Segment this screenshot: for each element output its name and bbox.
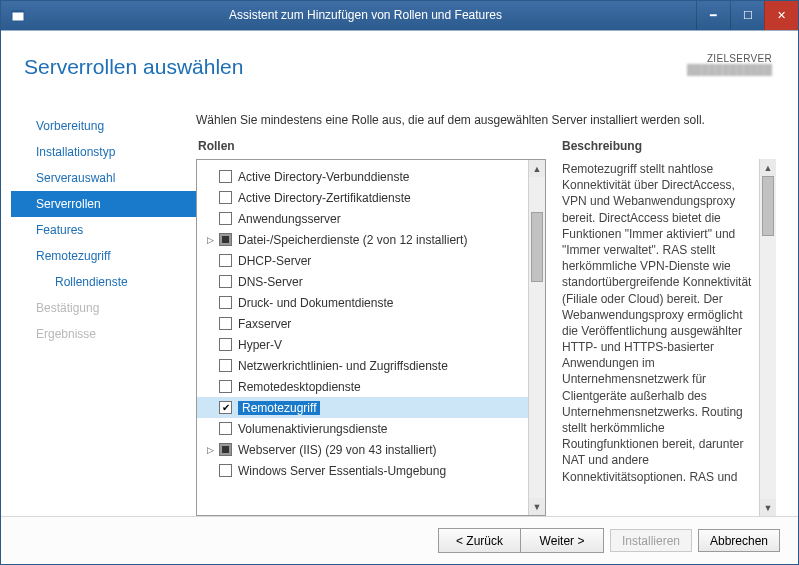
window-controls: ━ ☐ ✕: [696, 1, 798, 30]
description-scrollbar[interactable]: ▲ ▼: [759, 159, 776, 516]
instructions-text: Wählen Sie mindestens eine Rolle aus, di…: [196, 109, 776, 139]
next-button[interactable]: Weiter >: [521, 529, 603, 552]
role-checkbox[interactable]: [219, 212, 232, 225]
role-checkbox[interactable]: [219, 275, 232, 288]
scroll-up-icon[interactable]: ▲: [760, 159, 776, 176]
role-row[interactable]: ▷Datei-/Speicherdienste (2 von 12 instal…: [197, 229, 528, 250]
content-columns: Rollen Active Directory-VerbunddiensteAc…: [196, 139, 776, 516]
roles-scrollbar[interactable]: ▲ ▼: [528, 160, 545, 515]
role-checkbox[interactable]: [219, 170, 232, 183]
scroll-up-icon[interactable]: ▲: [529, 160, 545, 177]
role-label: DHCP-Server: [238, 254, 311, 268]
role-checkbox[interactable]: [219, 443, 232, 456]
wizard-window: Assistent zum Hinzufügen von Rollen und …: [0, 0, 799, 565]
nav-item-vorbereitung[interactable]: Vorbereitung: [11, 113, 196, 139]
role-checkbox[interactable]: [219, 296, 232, 309]
minimize-button[interactable]: ━: [696, 1, 730, 30]
role-checkbox[interactable]: [219, 338, 232, 351]
nav-button-group: < Zurück Weiter >: [438, 528, 604, 553]
role-label: Volumenaktivierungsdienste: [238, 422, 387, 436]
role-checkbox[interactable]: [219, 380, 232, 393]
scroll-track[interactable]: [760, 176, 776, 499]
role-row[interactable]: Druck- und Dokumentdienste: [197, 292, 528, 313]
svg-rect-0: [12, 12, 24, 21]
role-row[interactable]: Windows Server Essentials-Umgebung: [197, 460, 528, 481]
description-box: Remotezugriff stellt nahtlose Konnektivi…: [560, 159, 776, 516]
scroll-down-icon[interactable]: ▼: [529, 498, 545, 515]
role-row[interactable]: Active Directory-Verbunddienste: [197, 166, 528, 187]
nav-item-rollendienste[interactable]: Rollendienste: [11, 269, 196, 295]
description-text: Remotezugriff stellt nahtlose Konnektivi…: [560, 159, 759, 516]
target-server-value: ████████████: [687, 64, 772, 75]
nav-item-serverrollen[interactable]: Serverrollen: [11, 191, 196, 217]
role-label: Netzwerkrichtlinien- und Zugriffsdienste: [238, 359, 448, 373]
role-row[interactable]: Hyper-V: [197, 334, 528, 355]
role-row[interactable]: Volumenaktivierungsdienste: [197, 418, 528, 439]
wizard-middle: VorbereitungInstallationstypServerauswah…: [1, 109, 798, 516]
role-row[interactable]: Faxserver: [197, 313, 528, 334]
expand-icon[interactable]: ▷: [203, 235, 217, 245]
scroll-down-icon[interactable]: ▼: [760, 499, 776, 516]
roles-listbox: Active Directory-VerbunddiensteActive Di…: [196, 159, 546, 516]
role-label: Webserver (IIS) (29 von 43 installiert): [238, 443, 437, 457]
role-row[interactable]: Remotedesktopdienste: [197, 376, 528, 397]
target-server-label: ZIELSERVER: [687, 53, 772, 64]
nav-item-remotezugriff[interactable]: Remotezugriff: [11, 243, 196, 269]
window-title: Assistent zum Hinzufügen von Rollen und …: [35, 1, 696, 30]
roles-header: Rollen: [196, 139, 546, 159]
scroll-thumb[interactable]: [762, 176, 774, 236]
titlebar: Assistent zum Hinzufügen von Rollen und …: [1, 1, 798, 30]
nav-item-serverauswahl[interactable]: Serverauswahl: [11, 165, 196, 191]
role-label: Windows Server Essentials-Umgebung: [238, 464, 446, 478]
back-button[interactable]: < Zurück: [439, 529, 521, 552]
close-button[interactable]: ✕: [764, 1, 798, 30]
wizard-footer: < Zurück Weiter > Installieren Abbrechen: [1, 516, 798, 564]
role-label: Active Directory-Zertifikatdienste: [238, 191, 411, 205]
role-label: Hyper-V: [238, 338, 282, 352]
role-checkbox[interactable]: [219, 233, 232, 246]
install-button: Installieren: [610, 529, 692, 552]
scroll-thumb[interactable]: [531, 212, 543, 282]
app-icon: [1, 1, 35, 30]
cancel-button[interactable]: Abbrechen: [698, 529, 780, 552]
role-label: Remotedesktopdienste: [238, 380, 361, 394]
scroll-track[interactable]: [529, 177, 545, 498]
role-checkbox[interactable]: [219, 317, 232, 330]
role-label: DNS-Server: [238, 275, 303, 289]
role-checkbox[interactable]: [219, 422, 232, 435]
role-row[interactable]: DNS-Server: [197, 271, 528, 292]
wizard-body: Serverrollen auswählen ZIELSERVER ██████…: [1, 30, 798, 564]
role-row[interactable]: ▷Webserver (IIS) (29 von 43 installiert): [197, 439, 528, 460]
role-row[interactable]: Anwendungsserver: [197, 208, 528, 229]
nav-item-best-tigung: Bestätigung: [11, 295, 196, 321]
nav-item-features[interactable]: Features: [11, 217, 196, 243]
role-label: Druck- und Dokumentdienste: [238, 296, 393, 310]
wizard-content: Wählen Sie mindestens eine Rolle aus, di…: [196, 109, 798, 516]
role-label: Active Directory-Verbunddienste: [238, 170, 409, 184]
role-label: Remotezugriff: [238, 401, 320, 415]
role-checkbox[interactable]: [219, 254, 232, 267]
role-checkbox[interactable]: [219, 401, 232, 414]
role-checkbox[interactable]: [219, 359, 232, 372]
wizard-nav: VorbereitungInstallationstypServerauswah…: [1, 109, 196, 516]
role-label: Faxserver: [238, 317, 291, 331]
wizard-header: Serverrollen auswählen ZIELSERVER ██████…: [1, 31, 798, 109]
description-column: Beschreibung Remotezugriff stellt nahtlo…: [560, 139, 776, 516]
roles-column: Rollen Active Directory-VerbunddiensteAc…: [196, 139, 546, 516]
page-title: Serverrollen auswählen: [24, 55, 243, 79]
role-row[interactable]: DHCP-Server: [197, 250, 528, 271]
target-server-block: ZIELSERVER ████████████: [687, 53, 772, 75]
role-label: Anwendungsserver: [238, 212, 341, 226]
role-row[interactable]: Active Directory-Zertifikatdienste: [197, 187, 528, 208]
role-row[interactable]: Netzwerkrichtlinien- und Zugriffsdienste: [197, 355, 528, 376]
maximize-button[interactable]: ☐: [730, 1, 764, 30]
description-header: Beschreibung: [560, 139, 776, 159]
nav-item-installationstyp[interactable]: Installationstyp: [11, 139, 196, 165]
role-checkbox[interactable]: [219, 464, 232, 477]
nav-item-ergebnisse: Ergebnisse: [11, 321, 196, 347]
role-checkbox[interactable]: [219, 191, 232, 204]
role-row[interactable]: Remotezugriff: [197, 397, 528, 418]
svg-rect-1: [12, 10, 24, 12]
roles-list[interactable]: Active Directory-VerbunddiensteActive Di…: [197, 160, 528, 515]
expand-icon[interactable]: ▷: [203, 445, 217, 455]
